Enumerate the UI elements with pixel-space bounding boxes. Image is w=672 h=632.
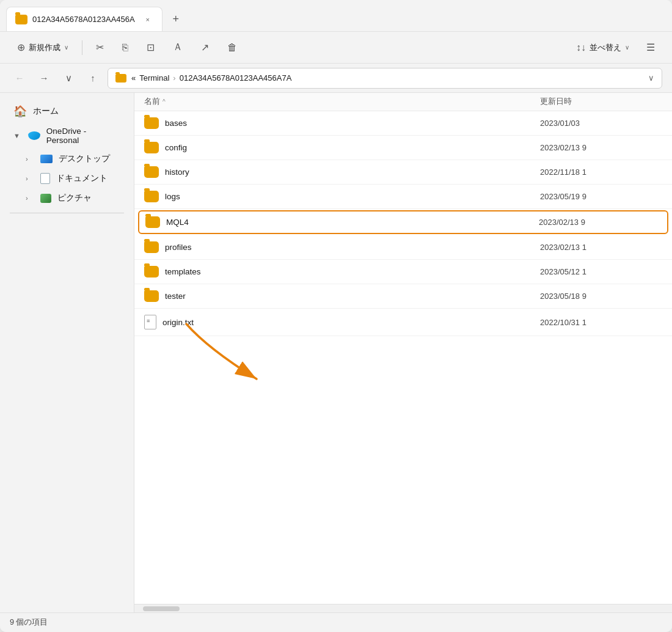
hscroll-thumb[interactable]: [143, 606, 180, 611]
file-row-name-col: logs: [144, 191, 540, 202]
plus-icon: ⊕: [17, 42, 25, 53]
copy-button[interactable]: ⎘: [115, 39, 136, 57]
tab-folder-icon: [15, 15, 27, 24]
col-sort-icon: ^: [163, 98, 166, 105]
share-icon: ↗: [201, 42, 209, 53]
file-row[interactable]: MQL42023/02/13 9: [138, 210, 668, 234]
sidebar-item-documents[interactable]: › ドキュメント: [4, 169, 130, 188]
menu-icon: ☰: [646, 42, 655, 53]
file-row-name-col: profiles: [144, 241, 540, 253]
desktop-label: デスクトップ: [59, 153, 110, 164]
file-name-label: templates: [165, 267, 201, 276]
file-name-label: origin.txt: [163, 318, 194, 327]
sort-dropdown-icon: ∨: [625, 44, 629, 51]
file-row[interactable]: config2023/02/13 9: [134, 136, 672, 160]
rename-button[interactable]: Ａ: [166, 37, 190, 57]
col-name-label: 名前: [144, 97, 160, 107]
new-button[interactable]: ⊕ 新規作成 ∨: [10, 38, 76, 57]
col-date-header[interactable]: 更新日時: [540, 97, 662, 107]
new-dropdown-icon: ∨: [64, 44, 68, 51]
pictures-label: ピクチャ: [57, 193, 92, 204]
folder-icon: [144, 166, 159, 178]
address-bar-row: ← → ∨ ↑ « Terminal › 012A34A5678A0123AA4…: [0, 64, 672, 93]
explorer-window: 012A34A5678A0123AA456A × + ⊕ 新規作成 ∨ ✂ ⎘ …: [0, 0, 672, 632]
file-row[interactable]: profiles2023/02/13 1: [134, 235, 672, 260]
documents-label: ドキュメント: [56, 173, 108, 184]
txt-file-icon: [144, 315, 156, 329]
horizontal-scrollbar[interactable]: [134, 604, 672, 612]
folder-icon: [144, 117, 159, 129]
cut-button[interactable]: ✂: [89, 38, 111, 57]
sidebar-item-onedrive[interactable]: ▼ OneDrive - Personal: [4, 122, 130, 149]
file-date-label: 2022/11/18 1: [540, 167, 662, 177]
breadcrumb-root[interactable]: Terminal: [139, 73, 169, 83]
breadcrumb: « Terminal › 012A34A5678A0123AA456A7A: [131, 73, 291, 83]
file-name-label: logs: [165, 192, 180, 201]
forward-icon: →: [40, 73, 49, 83]
folder-icon: [144, 266, 159, 277]
file-row-name-col: tester: [144, 290, 540, 302]
sort-button[interactable]: ↕↓ 並べ替え ∨: [569, 39, 637, 57]
file-date-label: 2022/10/31 1: [540, 318, 662, 327]
sort-label: 並べ替え: [590, 42, 621, 53]
desktop-expand-icon: ›: [26, 155, 34, 163]
file-row[interactable]: templates2023/05/12 1: [134, 260, 672, 284]
col-date-label: 更新日時: [540, 97, 572, 106]
documents-icon: [40, 173, 50, 184]
sidebar-item-home[interactable]: 🏠 ホーム: [4, 100, 130, 122]
back-button[interactable]: ←: [10, 68, 29, 88]
sort-icon: ↕↓: [576, 42, 586, 53]
file-row-name-col: config: [144, 142, 540, 153]
tab-active[interactable]: 012A34A5678A0123AA456A ×: [6, 7, 163, 31]
up-button[interactable]: ↑: [83, 68, 103, 88]
col-name-header[interactable]: 名前 ^: [144, 97, 540, 107]
toolbar-sep-1: [82, 40, 82, 55]
file-row[interactable]: history2022/11/18 1: [134, 160, 672, 185]
tab-close-button[interactable]: ×: [142, 14, 153, 25]
up-icon: ↑: [90, 73, 95, 83]
file-date-label: 2023/02/13 9: [539, 218, 661, 227]
sidebar: 🏠 ホーム ▼ OneDrive - Personal › デスクトップ › ド…: [0, 93, 134, 612]
file-name-label: tester: [165, 292, 186, 301]
folder-icon: [144, 142, 159, 153]
menu-button[interactable]: ☰: [639, 38, 662, 57]
paste-icon: ⊡: [147, 42, 155, 53]
folder-icon: [144, 241, 159, 253]
address-dropdown-icon[interactable]: ∨: [648, 73, 654, 83]
file-row-name-col: bases: [144, 117, 540, 129]
folder-icon: [144, 191, 159, 202]
dropdown-nav-button[interactable]: ∨: [59, 68, 78, 88]
new-tab-button[interactable]: +: [166, 9, 186, 29]
new-label: 新規作成: [29, 42, 60, 53]
back-icon: ←: [15, 73, 24, 83]
breadcrumb-sep: ›: [173, 73, 175, 83]
breadcrumb-path[interactable]: 012A34A5678A0123AA456A7A: [180, 73, 292, 83]
documents-expand-icon: ›: [26, 175, 34, 182]
status-bar: 9 個の項目: [0, 612, 672, 632]
sidebar-item-pictures[interactable]: › ピクチャ: [4, 188, 130, 208]
file-rows-container: bases2023/01/03config2023/02/13 9history…: [134, 111, 672, 336]
file-date-label: 2023/02/13 1: [540, 243, 662, 252]
main-area: 🏠 ホーム ▼ OneDrive - Personal › デスクトップ › ド…: [0, 93, 672, 612]
file-date-label: 2023/05/12 1: [540, 267, 662, 276]
paste-button[interactable]: ⊡: [139, 38, 162, 57]
sidebar-divider: [10, 213, 124, 213]
onedrive-icon: [28, 131, 40, 140]
address-bar[interactable]: « Terminal › 012A34A5678A0123AA456A7A ∨: [108, 68, 662, 89]
breadcrumb-prefix: «: [131, 73, 136, 83]
down-nav-icon: ∨: [65, 73, 72, 84]
pictures-expand-icon: ›: [26, 194, 34, 202]
forward-button[interactable]: →: [34, 68, 54, 88]
delete-button[interactable]: 🗑: [220, 39, 244, 57]
file-row[interactable]: bases2023/01/03: [134, 111, 672, 136]
file-area: 名前 ^ 更新日時 bases2023/01/03config2023/02/1…: [134, 93, 672, 612]
file-row[interactable]: origin.txt2022/10/31 1: [134, 309, 672, 336]
toolbar-right: ↕↓ 並べ替え ∨ ☰: [569, 38, 662, 57]
file-row[interactable]: logs2023/05/19 9: [134, 185, 672, 209]
file-row-name-col: history: [144, 166, 540, 178]
sidebar-item-desktop[interactable]: › デスクトップ: [4, 149, 130, 169]
share-button[interactable]: ↗: [194, 38, 216, 57]
file-row[interactable]: tester2023/05/18 9: [134, 284, 672, 309]
desktop-icon: [40, 155, 53, 163]
file-name-label: MQL4: [166, 218, 189, 227]
